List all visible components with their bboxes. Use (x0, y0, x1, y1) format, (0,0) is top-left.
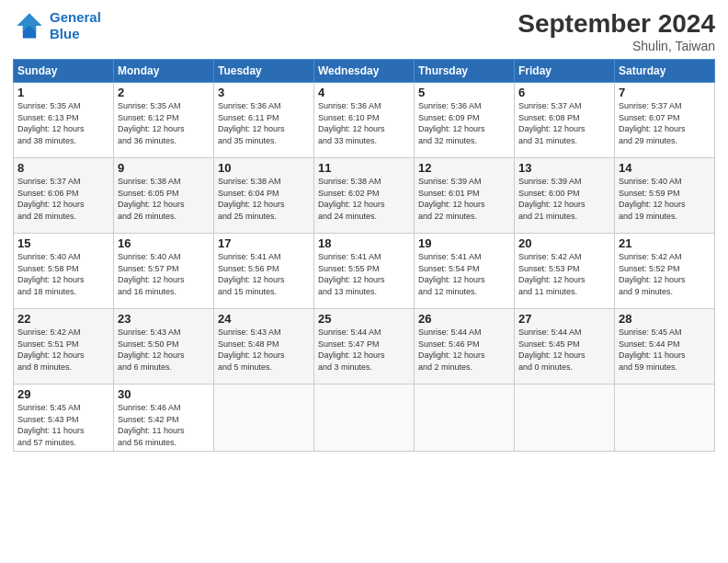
day-number: 4 (318, 86, 410, 99)
day-info: Sunrise: 5:35 AM Sunset: 6:12 PM Dayligh… (118, 100, 210, 146)
day-info: Sunrise: 5:35 AM Sunset: 6:13 PM Dayligh… (17, 100, 109, 146)
day-info: Sunrise: 5:37 AM Sunset: 6:06 PM Dayligh… (17, 176, 109, 222)
table-cell: 21Sunrise: 5:42 AM Sunset: 5:52 PM Dayli… (615, 234, 715, 309)
table-cell: 22Sunrise: 5:42 AM Sunset: 5:51 PM Dayli… (14, 309, 114, 385)
table-cell: 7Sunrise: 5:37 AM Sunset: 6:07 PM Daylig… (615, 83, 715, 158)
table-cell: 8Sunrise: 5:37 AM Sunset: 6:06 PM Daylig… (14, 158, 114, 234)
table-cell: 24Sunrise: 5:43 AM Sunset: 5:48 PM Dayli… (214, 309, 314, 385)
day-info: Sunrise: 5:45 AM Sunset: 5:44 PM Dayligh… (619, 327, 711, 373)
day-number: 11 (318, 161, 410, 175)
day-info: Sunrise: 5:37 AM Sunset: 6:07 PM Dayligh… (619, 100, 711, 146)
day-info: Sunrise: 5:36 AM Sunset: 6:10 PM Dayligh… (318, 100, 410, 146)
day-info: Sunrise: 5:40 AM Sunset: 5:59 PM Dayligh… (619, 176, 711, 222)
day-info: Sunrise: 5:41 AM Sunset: 5:56 PM Dayligh… (218, 251, 310, 297)
logo-line1: General (50, 9, 101, 25)
table-cell: 12Sunrise: 5:39 AM Sunset: 6:01 PM Dayli… (415, 158, 515, 234)
day-info: Sunrise: 5:38 AM Sunset: 6:04 PM Dayligh… (218, 176, 310, 222)
title-block: September 2024 Shulin, Taiwan (518, 9, 715, 53)
day-number: 30 (118, 387, 210, 401)
table-cell: 23Sunrise: 5:43 AM Sunset: 5:50 PM Dayli… (114, 309, 214, 385)
table-cell: 14Sunrise: 5:40 AM Sunset: 5:59 PM Dayli… (615, 158, 715, 234)
table-cell: 3Sunrise: 5:36 AM Sunset: 6:11 PM Daylig… (214, 83, 314, 158)
table-cell: 18Sunrise: 5:41 AM Sunset: 5:55 PM Dayli… (314, 234, 415, 309)
day-info: Sunrise: 5:46 AM Sunset: 5:42 PM Dayligh… (118, 402, 210, 448)
table-cell: 13Sunrise: 5:39 AM Sunset: 6:00 PM Dayli… (515, 158, 615, 234)
day-number: 28 (619, 312, 711, 326)
day-info: Sunrise: 5:41 AM Sunset: 5:55 PM Dayligh… (318, 251, 410, 297)
col-tuesday: Tuesday (214, 60, 314, 83)
day-info: Sunrise: 5:36 AM Sunset: 6:11 PM Dayligh… (218, 100, 310, 146)
table-cell: 9Sunrise: 5:38 AM Sunset: 6:05 PM Daylig… (114, 158, 214, 234)
day-number: 9 (118, 161, 210, 175)
table-cell (615, 385, 715, 452)
day-number: 25 (318, 312, 410, 326)
day-info: Sunrise: 5:43 AM Sunset: 5:48 PM Dayligh… (218, 327, 310, 373)
col-saturday: Saturday (615, 60, 715, 83)
day-number: 8 (17, 161, 109, 175)
table-cell: 25Sunrise: 5:44 AM Sunset: 5:47 PM Dayli… (314, 309, 415, 385)
table-cell: 2Sunrise: 5:35 AM Sunset: 6:12 PM Daylig… (114, 83, 214, 158)
table-cell: 5Sunrise: 5:36 AM Sunset: 6:09 PM Daylig… (415, 83, 515, 158)
day-info: Sunrise: 5:43 AM Sunset: 5:50 PM Dayligh… (118, 327, 210, 373)
day-info: Sunrise: 5:39 AM Sunset: 6:01 PM Dayligh… (418, 176, 510, 222)
day-number: 14 (619, 161, 711, 175)
table-cell (214, 385, 314, 452)
table-cell: 11Sunrise: 5:38 AM Sunset: 6:02 PM Dayli… (314, 158, 415, 234)
day-info: Sunrise: 5:37 AM Sunset: 6:08 PM Dayligh… (518, 100, 610, 146)
table-cell: 1Sunrise: 5:35 AM Sunset: 6:13 PM Daylig… (14, 83, 114, 158)
col-sunday: Sunday (14, 60, 114, 83)
col-thursday: Thursday (415, 60, 515, 83)
table-cell: 28Sunrise: 5:45 AM Sunset: 5:44 PM Dayli… (615, 309, 715, 385)
day-info: Sunrise: 5:42 AM Sunset: 5:52 PM Dayligh… (619, 251, 711, 297)
day-number: 23 (118, 312, 210, 326)
day-number: 2 (118, 86, 210, 99)
day-number: 18 (318, 236, 410, 250)
day-info: Sunrise: 5:38 AM Sunset: 6:05 PM Dayligh… (118, 176, 210, 222)
table-cell: 4Sunrise: 5:36 AM Sunset: 6:10 PM Daylig… (314, 83, 415, 158)
day-info: Sunrise: 5:42 AM Sunset: 5:51 PM Dayligh… (17, 327, 109, 373)
table-cell: 30Sunrise: 5:46 AM Sunset: 5:42 PM Dayli… (114, 385, 214, 452)
day-number: 13 (518, 161, 610, 175)
day-number: 7 (619, 86, 711, 99)
table-cell: 27Sunrise: 5:44 AM Sunset: 5:45 PM Dayli… (515, 309, 615, 385)
table-cell (415, 385, 515, 452)
day-number: 19 (418, 236, 510, 250)
day-number: 12 (418, 161, 510, 175)
location-subtitle: Shulin, Taiwan (518, 39, 715, 53)
table-cell: 19Sunrise: 5:41 AM Sunset: 5:54 PM Dayli… (415, 234, 515, 309)
logo-text: General Blue (50, 9, 101, 42)
table-cell: 10Sunrise: 5:38 AM Sunset: 6:04 PM Dayli… (214, 158, 314, 234)
table-cell: 16Sunrise: 5:40 AM Sunset: 5:57 PM Dayli… (114, 234, 214, 309)
col-friday: Friday (515, 60, 615, 83)
day-number: 16 (118, 236, 210, 250)
day-info: Sunrise: 5:44 AM Sunset: 5:46 PM Dayligh… (418, 327, 510, 373)
day-number: 29 (17, 387, 109, 401)
col-wednesday: Wednesday (314, 60, 415, 83)
day-number: 17 (218, 236, 310, 250)
day-info: Sunrise: 5:36 AM Sunset: 6:09 PM Dayligh… (418, 100, 510, 146)
day-info: Sunrise: 5:40 AM Sunset: 5:57 PM Dayligh… (118, 251, 210, 297)
day-number: 27 (518, 312, 610, 326)
calendar-table: Sunday Monday Tuesday Wednesday Thursday… (13, 59, 715, 452)
page-container: General Blue September 2024 Shulin, Taiw… (0, 0, 728, 461)
table-cell: 29Sunrise: 5:45 AM Sunset: 5:43 PM Dayli… (14, 385, 114, 452)
table-cell (314, 385, 415, 452)
day-number: 10 (218, 161, 310, 175)
day-info: Sunrise: 5:42 AM Sunset: 5:53 PM Dayligh… (518, 251, 610, 297)
day-info: Sunrise: 5:41 AM Sunset: 5:54 PM Dayligh… (418, 251, 510, 297)
table-cell: 15Sunrise: 5:40 AM Sunset: 5:58 PM Dayli… (14, 234, 114, 309)
day-number: 6 (518, 86, 610, 99)
day-number: 22 (17, 312, 109, 326)
day-number: 20 (518, 236, 610, 250)
day-info: Sunrise: 5:39 AM Sunset: 6:00 PM Dayligh… (518, 176, 610, 222)
day-number: 1 (17, 86, 109, 99)
header: General Blue September 2024 Shulin, Taiw… (13, 9, 715, 53)
table-cell: 20Sunrise: 5:42 AM Sunset: 5:53 PM Dayli… (515, 234, 615, 309)
day-number: 5 (418, 86, 510, 99)
day-info: Sunrise: 5:38 AM Sunset: 6:02 PM Dayligh… (318, 176, 410, 222)
col-monday: Monday (114, 60, 214, 83)
day-number: 24 (218, 312, 310, 326)
logo: General Blue (13, 9, 101, 42)
day-info: Sunrise: 5:45 AM Sunset: 5:43 PM Dayligh… (17, 402, 109, 448)
day-info: Sunrise: 5:40 AM Sunset: 5:58 PM Dayligh… (17, 251, 109, 297)
